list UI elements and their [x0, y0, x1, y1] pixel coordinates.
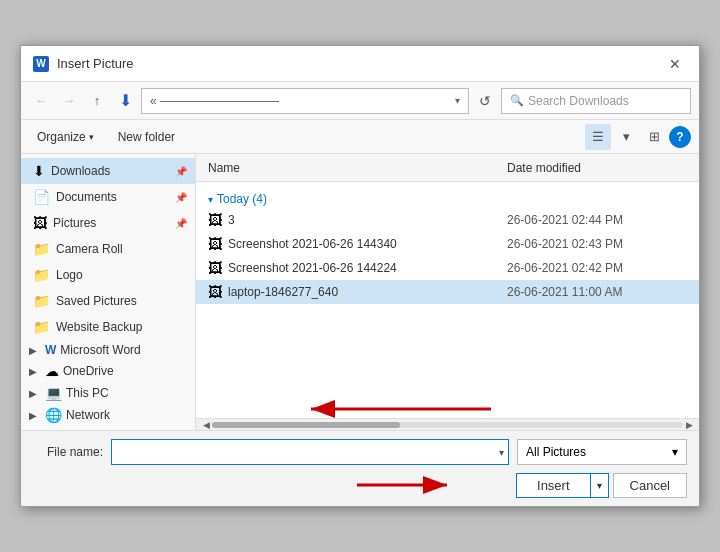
documents-icon: 📄	[33, 189, 50, 205]
scrollbar-thumb	[212, 422, 400, 428]
search-placeholder: Search Downloads	[528, 94, 682, 108]
address-bar[interactable]: « ────────────── ▾	[141, 88, 469, 114]
file-icon: 🖼	[208, 212, 222, 228]
file-name: Screenshot 2021-06-26 144224	[228, 261, 507, 275]
file-date: 26-06-2021 02:44 PM	[507, 213, 687, 227]
search-box[interactable]: 🔍 Search Downloads	[501, 88, 691, 114]
column-header: Name Date modified	[196, 154, 699, 182]
pin-icon: 📌	[175, 218, 187, 229]
insert-button-group: Insert ▾	[516, 473, 609, 498]
file-date: 26-06-2021 11:00 AM	[507, 285, 687, 299]
onedrive-icon: ☁	[45, 363, 59, 379]
folder-icon: 📁	[33, 293, 50, 309]
sidebar-item-label: Microsoft Word	[60, 343, 140, 357]
search-icon: 🔍	[510, 94, 524, 107]
pictures-icon: 🖼	[33, 215, 47, 231]
file-name: laptop-1846277_640	[228, 285, 507, 299]
group-header-today: ▾ Today (4)	[196, 186, 699, 208]
filetype-select[interactable]: All Pictures ▾	[517, 439, 687, 465]
word-icon: W	[33, 56, 49, 72]
dialog-title: Insert Picture	[57, 56, 134, 71]
filename-dropdown-arrow-icon[interactable]: ▾	[499, 447, 504, 458]
expand-arrow-icon: ▶	[29, 410, 41, 421]
up-button[interactable]: ↑	[85, 89, 109, 113]
folder-icon: 📁	[33, 319, 50, 335]
sidebar-item-label: Network	[66, 408, 110, 422]
pin-icon: 📌	[175, 192, 187, 203]
list-view-button[interactable]: ☰	[585, 124, 611, 150]
group-expand-icon: ▾	[208, 194, 213, 205]
download-nav-icon[interactable]: ⬇	[113, 89, 137, 113]
new-folder-button[interactable]: New folder	[110, 127, 183, 147]
network-icon: 🌐	[45, 407, 62, 423]
expand-arrow-icon: ▶	[29, 366, 41, 377]
file-icon: 🖼	[208, 236, 222, 252]
sidebar-item-label: Website Backup	[56, 320, 187, 334]
expand-arrow-icon: ▶	[29, 345, 41, 356]
action-bar: Organize ▾ New folder ☰ ▾ ⊞ ?	[21, 120, 699, 154]
help-button[interactable]: ?	[669, 126, 691, 148]
file-row[interactable]: 🖼 Screenshot 2021-06-26 144340 26-06-202…	[196, 232, 699, 256]
filetype-dropdown-icon: ▾	[672, 445, 678, 459]
sidebar-item-saved-pictures[interactable]: 📁 Saved Pictures	[21, 288, 195, 314]
main-file-area: Name Date modified ▾ Today (4) 🖼 3 26-06…	[196, 154, 699, 430]
title-bar: W Insert Picture ✕	[21, 46, 699, 82]
sidebar-expander-this-pc[interactable]: ▶ 💻 This PC	[21, 382, 195, 404]
details-dropdown-button[interactable]: ▾	[613, 124, 639, 150]
file-row[interactable]: 🖼 Screenshot 2021-06-26 144224 26-06-202…	[196, 256, 699, 280]
filetype-label: All Pictures	[526, 445, 586, 459]
scrollbar-track[interactable]	[212, 422, 683, 428]
organize-arrow-icon: ▾	[89, 132, 94, 142]
sidebar-item-label: This PC	[66, 386, 109, 400]
file-list: ▾ Today (4) 🖼 3 26-06-2021 02:44 PM 🖼 Sc…	[196, 182, 699, 418]
computer-icon: 💻	[45, 385, 62, 401]
sidebar-item-camera-roll[interactable]: 📁 Camera Roll	[21, 236, 195, 262]
forward-button[interactable]: →	[57, 89, 81, 113]
close-button[interactable]: ✕	[663, 52, 687, 76]
cancel-button[interactable]: Cancel	[613, 473, 687, 498]
address-dropdown-arrow[interactable]: ▾	[455, 95, 460, 106]
scroll-left-button[interactable]: ◀	[200, 419, 212, 431]
file-row[interactable]: 🖼 3 26-06-2021 02:44 PM	[196, 208, 699, 232]
file-icon: 🖼	[208, 284, 222, 300]
filename-label: File name:	[33, 445, 103, 459]
insert-dropdown-button[interactable]: ▾	[591, 474, 608, 497]
sidebar-item-logo[interactable]: 📁 Logo	[21, 262, 195, 288]
sidebar-item-pictures[interactable]: 🖼 Pictures 📌	[21, 210, 195, 236]
sidebar-item-downloads[interactable]: ⬇ Downloads 📌	[21, 158, 195, 184]
bottom-bar: File name: ▾ All Pictures ▾ Ins	[21, 430, 699, 506]
col-date-header: Date modified	[507, 161, 687, 175]
sidebar-expander-onedrive[interactable]: ▶ ☁ OneDrive	[21, 360, 195, 382]
annotation-arrow-insert	[347, 465, 467, 495]
sidebar-item-label: Logo	[56, 268, 187, 282]
refresh-button[interactable]: ↺	[473, 89, 497, 113]
group-label: Today (4)	[217, 192, 267, 206]
pin-icon: 📌	[175, 166, 187, 177]
expand-arrow-icon: ▶	[29, 388, 41, 399]
organize-button[interactable]: Organize ▾	[29, 127, 102, 147]
sidebar-item-label: Documents	[56, 190, 169, 204]
back-button[interactable]: ←	[29, 89, 53, 113]
sidebar-item-label: Camera Roll	[56, 242, 187, 256]
tiles-view-button[interactable]: ⊞	[641, 124, 667, 150]
file-name: Screenshot 2021-06-26 144340	[228, 237, 507, 251]
sidebar-expander-network[interactable]: ▶ 🌐 Network	[21, 404, 195, 426]
sidebar-item-label: OneDrive	[63, 364, 114, 378]
file-name: 3	[228, 213, 507, 227]
sidebar-item-documents[interactable]: 📄 Documents 📌	[21, 184, 195, 210]
file-row-selected[interactable]: 🖼 laptop-1846277_640 26-06-2021 11:00 AM	[196, 280, 699, 304]
file-icon: 🖼	[208, 260, 222, 276]
sidebar-item-website-backup[interactable]: 📁 Website Backup	[21, 314, 195, 340]
filename-input[interactable]: ▾	[111, 439, 509, 465]
sidebar-expander-microsoft-word[interactable]: ▶ W Microsoft Word	[21, 340, 195, 360]
scroll-right-button[interactable]: ▶	[683, 419, 695, 431]
col-name-header: Name	[208, 161, 507, 175]
title-bar-left: W Insert Picture	[33, 56, 134, 72]
folder-icon: 📁	[33, 267, 50, 283]
filename-row: File name: ▾ All Pictures ▾	[33, 439, 687, 465]
insert-button[interactable]: Insert	[517, 474, 591, 497]
content-area: ⬇ Downloads 📌 📄 Documents 📌 🖼 Pictures 📌…	[21, 154, 699, 430]
horizontal-scrollbar[interactable]: ◀ ▶	[196, 418, 699, 430]
folder-icon: 📁	[33, 241, 50, 257]
sidebar-item-label: Saved Pictures	[56, 294, 187, 308]
